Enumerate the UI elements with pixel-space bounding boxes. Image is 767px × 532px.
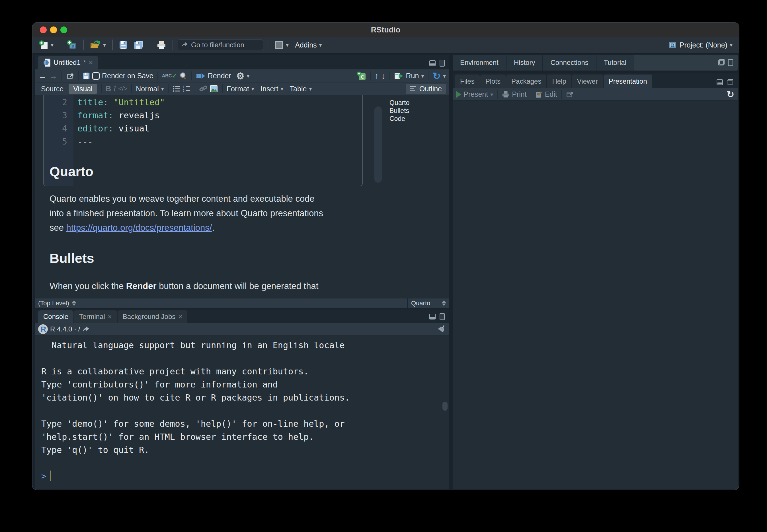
outline-item-code[interactable]: Code bbox=[389, 115, 449, 123]
image-icon[interactable] bbox=[210, 85, 218, 93]
visual-mode-button[interactable]: Visual bbox=[69, 84, 97, 94]
edit-button[interactable]: Edit bbox=[545, 90, 557, 98]
code-icon[interactable]: </> bbox=[118, 85, 127, 92]
save-icon[interactable] bbox=[82, 72, 90, 80]
bullet-list-icon[interactable] bbox=[172, 85, 180, 92]
tab-untitled1[interactable]: Untitled1 * × bbox=[38, 56, 98, 69]
outline-item-quarto[interactable]: Quarto bbox=[389, 99, 449, 107]
save-button[interactable] bbox=[117, 40, 129, 50]
table-menu[interactable]: Table bbox=[290, 85, 307, 93]
console-line: 'help.start()' for an HTML browser inter… bbox=[41, 430, 449, 444]
tab-viewer[interactable]: Viewer bbox=[572, 75, 603, 88]
open-file-button[interactable]: ▾ bbox=[88, 39, 108, 51]
paragraph-style-select[interactable]: Normal bbox=[136, 85, 159, 93]
new-file-icon bbox=[39, 40, 48, 50]
project-cube-icon: R bbox=[668, 40, 677, 50]
spellcheck-icon[interactable]: ABC ✓ bbox=[162, 74, 177, 78]
rerun-icon[interactable]: ↻ bbox=[432, 70, 441, 82]
project-menu-button[interactable]: R Project: (None) ▾ bbox=[666, 39, 734, 51]
tab-tutorial[interactable]: Tutorial bbox=[597, 55, 634, 71]
new-file-button[interactable]: ▾ bbox=[37, 39, 55, 51]
console-scrollbar-thumb[interactable] bbox=[442, 402, 448, 411]
maximize-pane-icon[interactable] bbox=[728, 59, 733, 66]
tab-background-jobs[interactable]: Background Jobs × bbox=[117, 310, 187, 323]
files-tabstrip: Files Plots Packages Help Viewer Present… bbox=[453, 73, 738, 88]
r-logo-icon: R bbox=[38, 324, 48, 334]
console-header: R R 4.4.0 · / bbox=[35, 323, 449, 335]
console-prompt-line[interactable]: > bbox=[41, 470, 449, 483]
outline-toggle-button[interactable]: Outline bbox=[406, 84, 446, 94]
scope-selector[interactable]: (Top Level) bbox=[35, 300, 407, 307]
tab-console[interactable]: Console bbox=[38, 310, 73, 323]
tab-files[interactable]: Files bbox=[455, 75, 480, 88]
minimize-pane-icon[interactable] bbox=[429, 60, 436, 66]
bold-icon[interactable]: B bbox=[106, 84, 111, 93]
print-button[interactable]: Print bbox=[512, 90, 526, 98]
format-menu[interactable]: Format bbox=[227, 85, 249, 93]
maximize-pane-icon[interactable] bbox=[440, 313, 445, 320]
new-project-button[interactable]: R bbox=[65, 39, 79, 51]
print-button[interactable] bbox=[155, 39, 168, 51]
editor-scrollbar-thumb[interactable] bbox=[374, 106, 382, 183]
tab-help[interactable]: Help bbox=[547, 75, 571, 88]
maximize-pane-icon[interactable] bbox=[440, 60, 445, 67]
doc-type-label: Quarto bbox=[411, 300, 430, 307]
svg-text:R: R bbox=[671, 43, 675, 48]
back-icon[interactable]: ← bbox=[38, 71, 47, 81]
format-caret-icon: ▾ bbox=[252, 85, 254, 92]
tab-terminal[interactable]: Terminal × bbox=[74, 310, 117, 323]
tab-label: Help bbox=[552, 77, 566, 85]
source-mode-button[interactable]: Source bbox=[38, 85, 66, 93]
console-line bbox=[41, 404, 449, 417]
go-previous-section-icon[interactable]: ↑ bbox=[375, 71, 379, 81]
save-all-button[interactable] bbox=[132, 39, 145, 51]
refresh-presentation-icon[interactable]: ↻ bbox=[727, 89, 734, 100]
search-icon[interactable] bbox=[179, 72, 187, 80]
separator bbox=[370, 71, 371, 81]
goto-file-input[interactable] bbox=[191, 41, 279, 49]
gear-icon[interactable]: ⚙ bbox=[236, 71, 245, 81]
pane-layout-button[interactable]: ▾ bbox=[273, 39, 290, 51]
separator bbox=[195, 84, 195, 93]
addins-button[interactable]: Addins ▾ bbox=[293, 40, 324, 50]
go-next-section-icon[interactable]: ↓ bbox=[381, 71, 385, 81]
doc-paragraph-2: When you click the Render button a docum… bbox=[49, 279, 318, 293]
console-pane-window-controls bbox=[429, 313, 449, 323]
restore-pane-icon[interactable] bbox=[727, 79, 733, 85]
present-button[interactable]: Present bbox=[463, 90, 488, 98]
insert-menu[interactable]: Insert bbox=[261, 85, 279, 93]
tab-presentation[interactable]: Presentation bbox=[604, 75, 652, 88]
italic-icon[interactable]: I bbox=[113, 84, 116, 93]
console-popout-icon[interactable] bbox=[82, 326, 90, 333]
doc-type-selector[interactable]: Quarto bbox=[407, 298, 449, 308]
scope-spinner-icon bbox=[72, 300, 76, 306]
outline-item-bullets[interactable]: Bullets bbox=[389, 107, 449, 115]
minimize-pane-icon[interactable] bbox=[429, 314, 436, 319]
minimize-pane-icon[interactable] bbox=[717, 79, 723, 85]
quarto-docs-link[interactable]: https://quarto.org/docs/presentations/ bbox=[66, 223, 212, 233]
render-on-save-checkbox[interactable] bbox=[92, 72, 100, 80]
render-button[interactable]: Render bbox=[208, 72, 231, 80]
tab-connections[interactable]: Connections bbox=[543, 55, 596, 71]
separator bbox=[191, 71, 192, 81]
console-line: Type 'contributors()' for more informati… bbox=[41, 378, 449, 391]
link-icon[interactable] bbox=[199, 85, 207, 92]
close-tab-icon[interactable]: × bbox=[178, 313, 182, 321]
tab-history[interactable]: History bbox=[506, 55, 543, 71]
doc-heading-bullets: Bullets bbox=[49, 250, 94, 266]
popout-icon[interactable] bbox=[66, 72, 74, 80]
insert-chunk-icon[interactable]: C bbox=[356, 71, 366, 81]
run-button[interactable]: Run bbox=[406, 72, 419, 80]
tab-packages[interactable]: Packages bbox=[506, 75, 546, 88]
tab-plots[interactable]: Plots bbox=[480, 75, 506, 88]
clear-console-icon[interactable] bbox=[438, 325, 446, 333]
console-cursor bbox=[50, 471, 51, 481]
visual-editor-surface[interactable]: 2 title: "Untitled" 3 format: revealjs 4… bbox=[35, 95, 449, 298]
separator bbox=[101, 84, 102, 93]
close-tab-icon[interactable]: × bbox=[108, 313, 112, 321]
tab-environment[interactable]: Environment bbox=[453, 55, 506, 71]
restore-pane-icon[interactable] bbox=[718, 59, 725, 65]
presentation-popout-icon[interactable] bbox=[566, 91, 574, 98]
close-tab-icon[interactable]: × bbox=[89, 59, 93, 67]
numbered-list-icon[interactable]: 12 bbox=[183, 85, 191, 92]
